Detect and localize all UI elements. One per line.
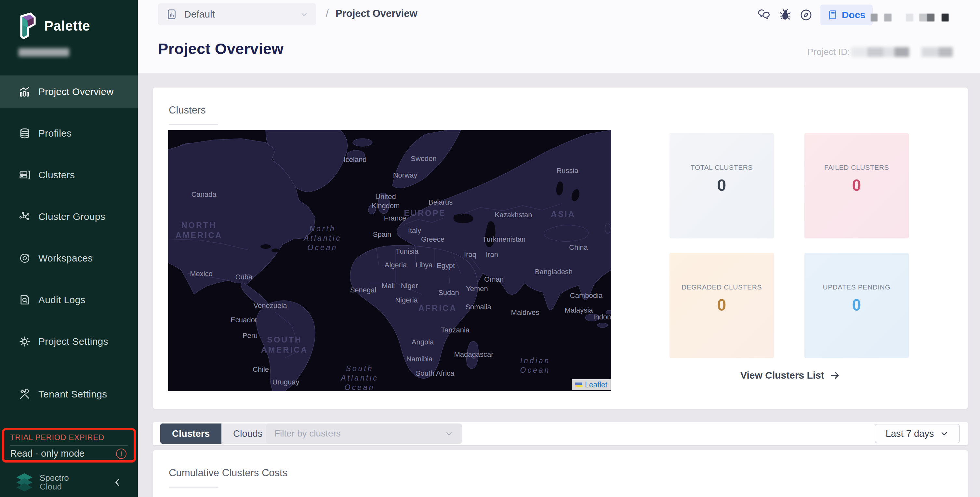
project-id-row: Project ID: xyxy=(807,47,953,57)
warning-icon[interactable]: ! xyxy=(116,449,126,459)
stat-tile-failed-clusters: FAILED CLUSTERS 0 xyxy=(804,133,909,239)
map-label: Maldives xyxy=(511,308,539,317)
chat-bubbles-icon xyxy=(758,8,771,21)
view-tabs: Clusters Clouds xyxy=(160,424,274,444)
map-labels-layer: IcelandSwedenNorwayRussiaCanadaUnited Ki… xyxy=(168,130,611,391)
map-label: North Atlantic Ocean xyxy=(304,224,341,252)
chevron-down-icon xyxy=(940,429,949,438)
stat-label: UPDATES PENDING xyxy=(822,283,890,291)
map-label: Tunisia xyxy=(396,247,418,256)
docs-button[interactable]: Docs xyxy=(820,5,873,25)
sidebar-item-workspaces[interactable]: Workspaces xyxy=(0,242,138,274)
redacted-block xyxy=(871,14,878,21)
stat-label: FAILED CLUSTERS xyxy=(824,164,889,171)
filter-strip: Clusters Clouds Filter by clusters Last … xyxy=(153,422,968,445)
tools-icon xyxy=(19,389,30,400)
collapse-sidebar-icon[interactable] xyxy=(113,478,122,487)
view-clusters-list-link[interactable]: View Clusters List xyxy=(690,370,891,381)
leaflet-link[interactable]: Leaflet xyxy=(585,381,608,389)
report-bug-button[interactable] xyxy=(779,8,792,21)
sidebar-item-audit-logs[interactable]: Audit Logs xyxy=(0,284,138,316)
brand-line2: Cloud xyxy=(40,483,69,491)
sidebar-item-label: Cluster Groups xyxy=(38,211,105,222)
map-label: Ecuador xyxy=(231,315,257,325)
sidebar-item-label: Tenant Settings xyxy=(38,389,107,400)
ukraine-flag-icon xyxy=(575,382,582,387)
topbar: Default / Project Overview xyxy=(138,0,980,73)
map-label: Bangladesh xyxy=(535,268,573,277)
stat-label: DEGRADED CLUSTERS xyxy=(681,283,762,291)
map-label: Senegal xyxy=(350,285,377,295)
sidebar-item-project-settings[interactable]: Project Settings xyxy=(0,325,138,358)
explore-compass-button[interactable] xyxy=(800,8,813,21)
costs-card: Cumulative Clusters Costs xyxy=(153,450,968,497)
date-range-select[interactable]: Last 7 days xyxy=(875,424,960,443)
stat-tile-degraded-clusters: DEGRADED CLUSTERS 0 xyxy=(670,253,774,358)
sidebar-item-clusters[interactable]: Clusters xyxy=(0,159,138,191)
stat-value: 0 xyxy=(852,296,861,315)
main-content: Clusters xyxy=(138,73,980,497)
sidebar-item-profiles[interactable]: Profiles xyxy=(0,117,138,150)
docs-label: Docs xyxy=(842,10,865,21)
map-label: Iraq xyxy=(464,250,476,259)
clusters-card: Clusters xyxy=(153,88,968,409)
map-label: Mali xyxy=(382,281,395,290)
redacted-text xyxy=(19,48,69,57)
redacted-toolbar-items xyxy=(871,14,949,21)
brand-header: Palette xyxy=(18,12,90,40)
map-label: Italy xyxy=(408,226,421,235)
sidebar-item-label: Project Overview xyxy=(38,86,114,97)
map-label: Nigeria xyxy=(395,296,418,305)
spectro-cloud-logo xyxy=(14,472,35,493)
map-label: Madagascar xyxy=(454,350,493,359)
sidebar-item-label: Profiles xyxy=(38,128,72,139)
map-label: Somalia xyxy=(465,303,491,312)
clusters-world-map[interactable]: IcelandSwedenNorwayRussiaCanadaUnited Ki… xyxy=(168,130,611,391)
map-label: Sudan xyxy=(438,288,459,297)
map-label: Algeria xyxy=(385,261,407,270)
map-label: South Africa xyxy=(416,369,455,378)
map-label: ASIA xyxy=(551,209,576,219)
stat-value: 0 xyxy=(717,176,726,195)
filter-by-clusters-select[interactable]: Filter by clusters xyxy=(266,424,462,444)
redacted-project-id xyxy=(851,47,909,57)
feedback-chat-button[interactable] xyxy=(758,8,771,21)
map-label: Greece xyxy=(421,235,444,244)
book-icon xyxy=(827,10,838,20)
tab-clusters[interactable]: Clusters xyxy=(160,424,221,444)
map-label: NORTH AMERICA xyxy=(176,220,223,241)
costs-card-title: Cumulative Clusters Costs xyxy=(169,467,288,479)
brand-line1: Spectro xyxy=(40,473,69,483)
chevron-down-icon xyxy=(444,429,453,438)
stat-value: 0 xyxy=(717,296,726,315)
map-label: EUROPE xyxy=(404,208,446,218)
sidebar-item-tenant-settings[interactable]: Tenant Settings xyxy=(0,378,138,411)
redacted-block xyxy=(884,14,892,21)
sidebar-item-project-overview[interactable]: Project Overview xyxy=(0,75,138,108)
map-label: Belarus xyxy=(428,198,453,207)
map-label: Turkmenistan xyxy=(482,235,525,244)
map-attribution[interactable]: Leaflet xyxy=(572,379,611,390)
breadcrumb-current[interactable]: Project Overview xyxy=(336,8,417,19)
gear-icon xyxy=(19,336,30,347)
stat-tile-updates-pending: UPDATES PENDING 0 xyxy=(804,253,909,358)
divider xyxy=(169,124,218,125)
map-label: Norway xyxy=(393,171,417,180)
map-label: Peru xyxy=(243,331,258,340)
map-label: Cambodia xyxy=(570,291,603,300)
map-label: Malaysia xyxy=(565,306,593,315)
sidebar-item-cluster-groups[interactable]: Cluster Groups xyxy=(0,201,138,233)
clusters-card-title: Clusters xyxy=(169,104,206,116)
project-selector-dropdown[interactable]: Default xyxy=(158,3,316,25)
filter-placeholder: Filter by clusters xyxy=(274,429,341,439)
map-label: AFRICA xyxy=(418,303,457,313)
trial-expired-banner: TRIAL PERIOD EXPIRED Read - only mode ! xyxy=(2,428,136,462)
map-label: Uruguay xyxy=(272,378,299,387)
topbar-actions: Docs xyxy=(758,0,873,30)
server-icon xyxy=(19,169,30,181)
bug-icon xyxy=(779,8,792,21)
map-label: France xyxy=(384,214,406,223)
map-label: Yemen xyxy=(466,284,488,293)
map-label: Sweden xyxy=(410,154,437,163)
map-label: United Kingdom xyxy=(372,192,400,210)
